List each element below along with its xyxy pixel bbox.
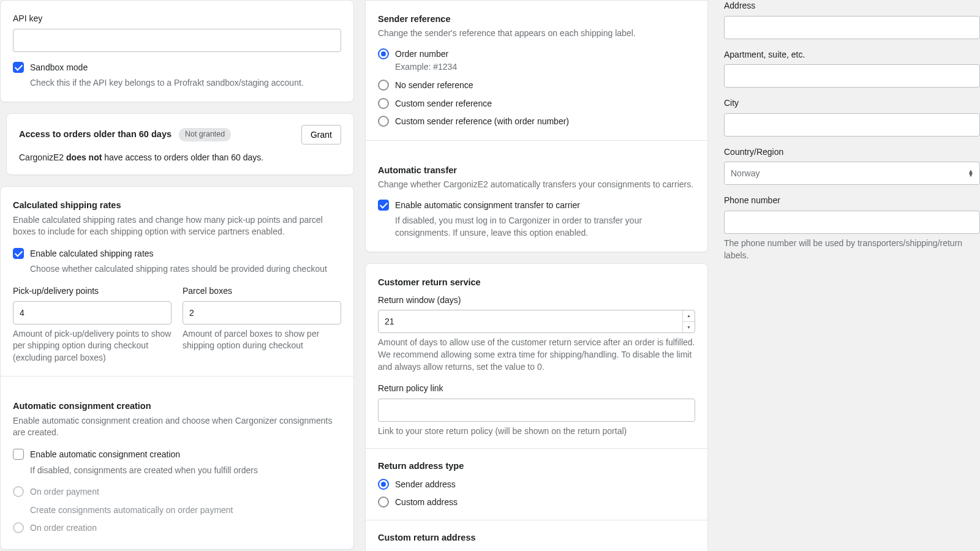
- sandbox-label: Sandbox mode: [30, 62, 88, 74]
- apt-label: Apartment, suite, etc.: [724, 49, 980, 61]
- address-label: Address: [724, 0, 980, 12]
- enable-auto-create-checkbox[interactable]: [13, 449, 24, 460]
- radio-no-ref-label: No sender reference: [395, 80, 473, 92]
- auto-transfer-title: Automatic transfer: [378, 164, 695, 176]
- api-key-card: API key Sandbox mode Check this if the A…: [0, 0, 354, 102]
- parcel-label: Parcel boxes: [183, 285, 341, 298]
- radio-custom-ref[interactable]: [378, 98, 389, 109]
- api-key-label: API key: [13, 13, 341, 25]
- radio-on-payment-hint: Create consignments automatically on ord…: [30, 504, 341, 517]
- sandbox-checkbox[interactable]: [13, 62, 24, 73]
- radio-sender-address[interactable]: [378, 479, 389, 490]
- number-spinner[interactable]: ▲ ▼: [682, 310, 695, 332]
- grant-button[interactable]: Grant: [301, 125, 341, 144]
- enable-rates-hint: Choose whether calculated shipping rates…: [30, 263, 341, 276]
- select-chevrons-icon: ▲▼: [968, 170, 974, 177]
- enable-rates-label: Enable calculated shipping rates: [30, 248, 154, 260]
- return-policy-hint: Link to your store return policy (will b…: [378, 425, 695, 438]
- rates-and-auto-card: Calculated shipping rates Enable calcula…: [0, 186, 354, 550]
- access-line: CargonizE2 does not have access to order…: [19, 152, 341, 164]
- country-label: Country/Region: [724, 146, 980, 159]
- auto-create-title: Automatic consignment creation: [13, 400, 341, 412]
- sandbox-hint: Check this if the API key belongs to a P…: [30, 77, 341, 89]
- return-policy-label: Return policy link: [378, 383, 695, 395]
- right-address-block: Address Apartment, suite, etc. City Coun…: [724, 0, 980, 261]
- access-card: Access to orders older than 60 days Not …: [6, 113, 354, 176]
- enable-auto-transfer-checkbox[interactable]: [378, 200, 389, 211]
- return-title: Customer return service: [378, 276, 695, 288]
- phone-input[interactable]: [724, 211, 980, 234]
- radio-custom-address-label: Custom address: [395, 497, 458, 509]
- pickup-hint: Amount of pick-up/delivery points to sho…: [13, 328, 172, 364]
- order-number-example: Example: #1234: [395, 61, 695, 73]
- address-input[interactable]: [724, 16, 980, 39]
- custom-return-addr-title: Custom return address: [378, 531, 695, 544]
- return-window-hint: Amount of days to allow use of the custo…: [378, 337, 695, 373]
- radio-custom-ref-num[interactable]: [378, 116, 389, 127]
- access-title: Access to orders older than 60 days: [19, 129, 172, 139]
- return-addr-type-title: Return address type: [378, 460, 695, 472]
- radio-on-payment-label: On order payment: [30, 486, 99, 498]
- rates-title: Calculated shipping rates: [13, 199, 341, 211]
- api-key-input[interactable]: [13, 29, 341, 52]
- enable-auto-create-hint: If disabled, consignments are created wh…: [30, 465, 341, 477]
- apt-input[interactable]: [724, 64, 980, 88]
- radio-sender-address-label: Sender address: [395, 479, 456, 491]
- radio-order-number[interactable]: [378, 48, 389, 59]
- return-window-input[interactable]: [378, 310, 695, 333]
- city-input[interactable]: [724, 113, 980, 137]
- phone-hint: The phone number will be used by transpo…: [724, 238, 980, 261]
- radio-on-creation[interactable]: [13, 522, 24, 533]
- access-badge: Not granted: [179, 128, 231, 141]
- country-select[interactable]: [724, 162, 980, 185]
- auto-create-desc: Enable automatic consignment creation an…: [13, 415, 341, 439]
- radio-custom-ref-label: Custom sender reference: [395, 98, 492, 110]
- radio-custom-ref-num-label: Custom sender reference (with order numb…: [395, 116, 569, 128]
- return-window-label: Return window (days): [378, 294, 695, 307]
- auto-transfer-desc: Change whether CargonizE2 automatically …: [378, 179, 695, 191]
- parcel-hint: Amount of parcel boxes to show per shipp…: [183, 328, 341, 352]
- city-label: City: [724, 97, 980, 110]
- radio-on-creation-label: On order creation: [30, 522, 97, 534]
- radio-order-number-label: Order number: [395, 48, 448, 61]
- sender-ref-desc: Change the sender's reference that appea…: [378, 28, 695, 40]
- pickup-label: Pick-up/delivery points: [13, 285, 172, 298]
- radio-no-ref[interactable]: [378, 80, 389, 91]
- sender-ref-title: Sender reference: [378, 13, 695, 25]
- return-card: Customer return service Return window (d…: [365, 263, 708, 551]
- radio-on-payment[interactable]: [13, 486, 24, 497]
- parcel-input[interactable]: [183, 301, 341, 324]
- return-policy-input[interactable]: [378, 399, 695, 422]
- enable-auto-transfer-label: Enable automatic consignment transfer to…: [395, 200, 580, 212]
- phone-label: Phone number: [724, 195, 980, 207]
- chevron-up-icon[interactable]: ▲: [683, 310, 695, 322]
- chevron-down-icon[interactable]: ▼: [683, 322, 695, 333]
- radio-custom-address[interactable]: [378, 497, 389, 508]
- rates-desc: Enable calculated shipping rates and cha…: [13, 214, 341, 238]
- sender-transfer-card: Sender reference Change the sender's ref…: [365, 0, 708, 252]
- enable-auto-create-label: Enable automatic consignment creation: [30, 449, 180, 461]
- enable-auto-transfer-hint: If disabled, you must log in to Cargoniz…: [395, 215, 695, 239]
- pickup-input[interactable]: [13, 301, 172, 324]
- enable-rates-checkbox[interactable]: [13, 248, 24, 259]
